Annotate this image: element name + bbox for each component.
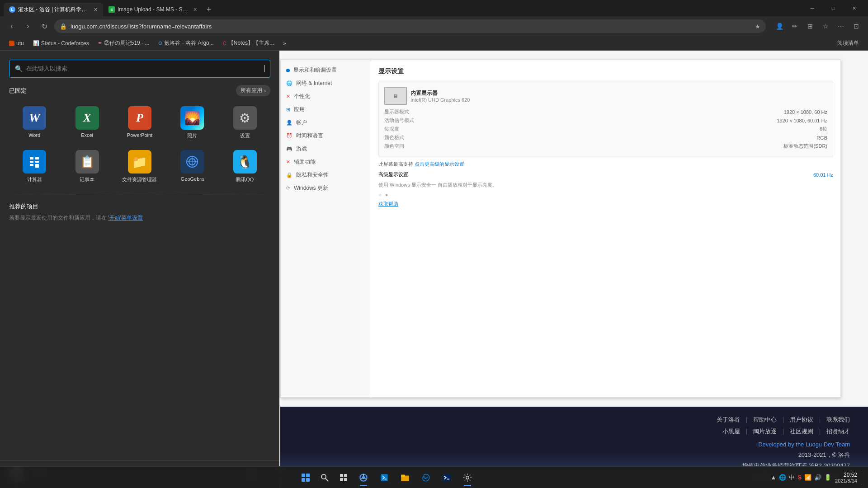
browser-chrome: L 灌水区 - 洛谷 | 计算机科学教育... ✕ S Image Upload… <box>0 0 868 36</box>
sidebar-item-account[interactable]: 👤 帐户 <box>281 116 371 129</box>
taskbar-settings-icon[interactable] <box>458 468 477 488</box>
taskbar-chrome-icon[interactable] <box>354 468 373 488</box>
search-placeholder: 在此键入以搜索 <box>26 65 260 73</box>
back-button[interactable]: ‹ <box>5 20 18 33</box>
sidebar-item-personal[interactable]: ✕ 个性化 <box>281 90 371 103</box>
show-desktop-button[interactable] <box>861 470 864 485</box>
footer-dev-info: Developed by the Luogu Dev Team <box>758 439 850 450</box>
bookmark-more[interactable]: » <box>279 39 290 48</box>
minimize-button[interactable]: ─ <box>802 1 823 15</box>
bookmark-readlist[interactable]: 阅读清单 <box>834 38 863 48</box>
sidebar-item-network[interactable]: 🌐 网络 & Internet <box>281 77 371 90</box>
monitor-title: 内置显示器 <box>410 89 470 97</box>
taskbar-edge-icon[interactable] <box>416 468 436 488</box>
pinned-app-files[interactable]: 📁 文件资源管理器 <box>114 145 165 188</box>
qq-label: 腾讯QQ <box>236 176 254 183</box>
favorites-icon[interactable]: ☆ <box>819 20 832 33</box>
notepad-label: 记事本 <box>80 176 94 183</box>
sidebar-item-display[interactable]: 显示和和暗调设置 <box>281 64 371 77</box>
close-button[interactable]: ✕ <box>844 1 864 15</box>
taskview-button[interactable] <box>335 469 353 487</box>
footer-blacklist[interactable]: 小黑屋 <box>722 427 740 436</box>
tray-wifi-icon[interactable]: 📶 <box>804 474 811 481</box>
new-tab-button[interactable]: + <box>203 3 215 16</box>
tab-close-imgupload[interactable]: ✕ <box>193 7 197 13</box>
sidebar-label-network: 网络 & Internet <box>296 80 332 87</box>
bookmark-notes[interactable]: C 【Notes】【主席... <box>219 38 278 48</box>
tray-volume-icon[interactable]: 🔊 <box>814 474 821 481</box>
get-help-link[interactable]: 获取帮助 <box>378 201 398 206</box>
tray-input-icon[interactable]: 中 <box>789 474 795 482</box>
sidebar-item-accessibility[interactable]: ✕ 辅助功能 <box>281 155 371 169</box>
extensions-icon[interactable]: ⊞ <box>804 20 816 33</box>
tray-chevron-icon[interactable]: ▲ <box>771 474 777 481</box>
word-icon: W <box>23 106 46 130</box>
bookmark-codeforces[interactable]: 📊 Status - Codeforces <box>29 39 93 48</box>
footer-contact[interactable]: 联系我们 <box>826 416 850 424</box>
bookmark-zhouji[interactable]: ✒ ②仔の周记519 - ... <box>94 38 153 48</box>
footer-ostracism[interactable]: 陶片放逐 <box>753 427 777 436</box>
sidebar-item-apps[interactable]: ⊞ 应用 <box>281 103 371 116</box>
settings-icon[interactable]: ⋯ <box>835 20 847 33</box>
refresh-button[interactable]: ↻ <box>38 20 51 33</box>
start-menu-settings-link[interactable]: '开始'菜单设置 <box>108 214 143 222</box>
start-button[interactable] <box>297 469 315 487</box>
pinned-app-powerpoint[interactable]: P PowerPoint <box>114 102 165 144</box>
all-apps-button[interactable]: 所有应用 › <box>236 85 270 96</box>
footer-dev-team: Luogu Dev Team <box>806 441 850 448</box>
forward-button[interactable]: › <box>22 20 34 33</box>
maximize-button[interactable]: □ <box>823 1 844 15</box>
footer-recruit[interactable]: 招贤纳才 <box>826 427 850 436</box>
svg-point-17 <box>362 476 365 479</box>
sidebar-label-gaming: 游戏 <box>296 145 307 153</box>
search-icon: 🔍 <box>15 65 23 72</box>
pinned-app-photos[interactable]: 🌄 照片 <box>167 102 217 144</box>
pinned-app-settings[interactable]: ⚙ 设置 <box>220 102 270 144</box>
pinned-app-excel[interactable]: X Excel <box>61 102 112 144</box>
footer-rules[interactable]: 社区规则 <box>790 427 813 436</box>
sidebar-label-time: 时间和语言 <box>296 132 323 140</box>
search-bar[interactable]: 🔍 在此键入以搜索 <box>9 60 270 78</box>
pinned-app-notepad[interactable]: 📋 记事本 <box>61 145 112 188</box>
sidebar-item-privacy[interactable]: 🔒 隐私和安全性 <box>281 169 371 182</box>
footer-agreement[interactable]: 用户协议 <box>790 416 813 424</box>
menu-spacer <box>0 222 279 460</box>
taskbar-fileexp-icon[interactable] <box>395 468 415 488</box>
sidebar-item-update[interactable]: ⟳ Windows 更新 <box>281 182 371 195</box>
tray-network-icon[interactable]: 🌐 <box>779 474 786 481</box>
taskbar-powershell-icon[interactable] <box>437 468 457 488</box>
sidebar-icon[interactable]: ⊡ <box>850 20 863 33</box>
taskbar-right: ▲ 🌐 中 S 📶 🔊 🔋 20:52 2021/8/14 <box>771 470 864 485</box>
clock-time: 20:52 <box>835 472 857 478</box>
tray-battery-icon[interactable]: 🔋 <box>824 474 831 481</box>
taskbar-search-button[interactable] <box>316 469 334 487</box>
tab-imageupload[interactable]: S Image Upload - SM.MS - Simp... ✕ <box>103 3 203 16</box>
pinned-app-calc[interactable]: 计算器 <box>9 145 60 188</box>
pinned-app-geogebra[interactable]: GeoGebra <box>167 145 217 188</box>
tab-close-luogu[interactable]: ✕ <box>94 7 98 13</box>
profile-icon[interactable]: 👤 <box>773 20 786 33</box>
sidebar-item-gaming[interactable]: 🎮 游戏 <box>281 142 371 155</box>
draw-icon[interactable]: ✏ <box>788 20 801 33</box>
tab-luogu[interactable]: L 灌水区 - 洛谷 | 计算机科学教育... ✕ <box>4 3 103 16</box>
bookmark-luogu[interactable]: ⊙ 氪洛谷 - 洛谷 Argo... <box>155 38 217 48</box>
footer-help[interactable]: 帮助中心 <box>753 416 777 424</box>
taskbar-vscode-icon[interactable] <box>374 468 394 488</box>
footer-about[interactable]: 关于洛谷 <box>717 416 740 424</box>
pinned-app-word[interactable]: W Word <box>9 102 60 144</box>
qq-icon: 🐧 <box>233 150 257 174</box>
bookmarks-bar: utu 📊 Status - Codeforces ✒ ②仔の周记519 - .… <box>0 36 868 51</box>
clock-date: 2021/8/14 <box>835 478 857 483</box>
hdr-toggle-row: ○ ● <box>378 192 833 197</box>
svg-rect-1 <box>35 157 39 160</box>
svg-rect-0 <box>30 157 33 160</box>
pinned-app-qq[interactable]: 🐧 腾讯QQ <box>220 145 270 188</box>
display-mode-row: 显示器模式 1920 × 1080, 60 Hz <box>384 108 827 115</box>
address-bar[interactable]: 🔒 luogu.com.cn/discuss/lists?forumname=r… <box>54 19 766 33</box>
sidebar-item-time[interactable]: ⏰ 时间和语言 <box>281 129 371 142</box>
sidebar-dot <box>286 69 290 72</box>
calc-icon <box>23 150 46 174</box>
time-display[interactable]: 20:52 2021/8/14 <box>835 472 857 483</box>
bookmark-utu[interactable]: utu <box>5 39 28 48</box>
tray-sogou-icon[interactable]: S <box>797 474 802 481</box>
